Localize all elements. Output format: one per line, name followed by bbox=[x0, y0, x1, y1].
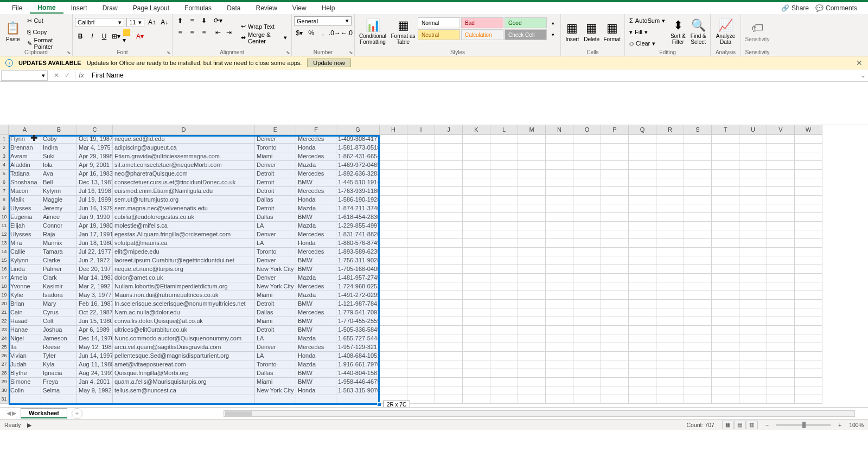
align-center-button[interactable]: ≡ bbox=[187, 27, 197, 38]
cell-U31[interactable] bbox=[739, 395, 767, 404]
cell-B21[interactable]: Cyrus bbox=[41, 308, 77, 317]
cell-D15[interactable]: laoreet.ipsum.Curabitur@egettinciduntdui… bbox=[113, 256, 255, 265]
cell-M27[interactable] bbox=[518, 360, 546, 369]
cell-W21[interactable] bbox=[795, 308, 822, 317]
cell-F10[interactable]: BMW bbox=[296, 213, 336, 222]
add-sheet-button[interactable]: + bbox=[72, 408, 82, 419]
cell-T2[interactable] bbox=[712, 144, 739, 152]
cell-P25[interactable] bbox=[601, 343, 629, 352]
cell-O11[interactable] bbox=[573, 222, 601, 230]
cell-T20[interactable] bbox=[712, 300, 739, 308]
cell-C23[interactable]: Apr 6, 1989 bbox=[77, 326, 113, 334]
cell-M9[interactable] bbox=[518, 204, 546, 213]
cell-A26[interactable]: Vivian bbox=[9, 352, 41, 360]
cell-B3[interactable]: Suki bbox=[41, 152, 77, 161]
col-header-E[interactable]: E bbox=[255, 125, 296, 135]
cell-B31[interactable] bbox=[41, 395, 77, 404]
cell-H21[interactable] bbox=[380, 308, 407, 317]
cell-F12[interactable]: Mercedes bbox=[296, 230, 336, 239]
col-header-B[interactable]: B bbox=[41, 125, 77, 135]
col-header-A[interactable]: A bbox=[9, 125, 41, 135]
cell-J17[interactable] bbox=[435, 274, 463, 282]
col-header-R[interactable]: R bbox=[656, 125, 684, 135]
cell-U9[interactable] bbox=[739, 204, 767, 213]
align-right-button[interactable]: ≡ bbox=[199, 27, 209, 38]
cell-J9[interactable] bbox=[435, 204, 463, 213]
cell-J5[interactable] bbox=[435, 170, 463, 178]
cell-W20[interactable] bbox=[795, 300, 822, 308]
cell-C29[interactable]: Jan 4, 2001 bbox=[77, 378, 113, 386]
cell-F15[interactable]: BMW bbox=[296, 256, 336, 265]
cell-C24[interactable]: Dec 14, 1976 bbox=[77, 334, 113, 343]
style-good[interactable]: Good bbox=[505, 17, 547, 28]
row-header-7[interactable]: 7 bbox=[0, 187, 9, 196]
cell-F13[interactable]: Honda bbox=[296, 239, 336, 248]
cell-K10[interactable] bbox=[463, 213, 490, 222]
cell-C15[interactable]: Jun 2, 1972 bbox=[77, 256, 113, 265]
cell-K29[interactable] bbox=[463, 378, 490, 386]
cell-N3[interactable] bbox=[546, 152, 573, 161]
cell-O24[interactable] bbox=[573, 334, 601, 343]
cell-W30[interactable] bbox=[795, 386, 822, 395]
cell-C22[interactable]: Jun 15, 1980 bbox=[77, 317, 113, 326]
cell-S24[interactable] bbox=[684, 334, 712, 343]
cell-M23[interactable] bbox=[518, 326, 546, 334]
cell-G4[interactable]: 1-469-972-0465 bbox=[336, 161, 380, 170]
cell-R26[interactable] bbox=[656, 352, 684, 360]
cell-E23[interactable]: Detroit bbox=[255, 326, 296, 334]
cell-U28[interactable] bbox=[739, 369, 767, 378]
cell-B5[interactable]: Ava bbox=[41, 170, 77, 178]
cell-O27[interactable] bbox=[573, 360, 601, 369]
cell-P2[interactable] bbox=[601, 144, 629, 152]
cell-O13[interactable] bbox=[573, 239, 601, 248]
row-header-4[interactable]: 4 bbox=[0, 161, 9, 170]
cell-T27[interactable] bbox=[712, 360, 739, 369]
cell-J14[interactable] bbox=[435, 248, 463, 256]
cell-F25[interactable]: Mercedes bbox=[296, 343, 336, 352]
cell-W12[interactable] bbox=[795, 230, 822, 239]
cell-P23[interactable] bbox=[601, 326, 629, 334]
cell-M13[interactable] bbox=[518, 239, 546, 248]
cell-O9[interactable] bbox=[573, 204, 601, 213]
cell-J23[interactable] bbox=[435, 326, 463, 334]
cell-J3[interactable] bbox=[435, 152, 463, 161]
cell-S28[interactable] bbox=[684, 369, 712, 378]
cell-D26[interactable]: pellentesque.Sed@magnisdisparturient.org bbox=[113, 352, 255, 360]
cell-R20[interactable] bbox=[656, 300, 684, 308]
cell-A10[interactable]: Eugenia bbox=[9, 213, 41, 222]
cell-D13[interactable]: volutpat@mauris.ca bbox=[113, 239, 255, 248]
cell-A17[interactable]: Amela bbox=[9, 274, 41, 282]
cell-M2[interactable] bbox=[518, 144, 546, 152]
sheet-next-button[interactable]: ▶ bbox=[12, 410, 16, 417]
cell-A21[interactable]: Cain bbox=[9, 308, 41, 317]
cell-I10[interactable] bbox=[407, 213, 435, 222]
cell-K15[interactable] bbox=[463, 256, 490, 265]
cell-S10[interactable] bbox=[684, 213, 712, 222]
cell-J8[interactable] bbox=[435, 196, 463, 204]
cell-R14[interactable] bbox=[656, 248, 684, 256]
zoom-slider[interactable] bbox=[776, 424, 831, 426]
cell-G13[interactable]: 1-880-576-8749 bbox=[336, 239, 380, 248]
row-header-14[interactable]: 14 bbox=[0, 248, 9, 256]
cell-D4[interactable]: sit.amet.consectetuer@nequeMorbi.com bbox=[113, 161, 255, 170]
cell-C3[interactable]: Apr 29, 1998 bbox=[77, 152, 113, 161]
tab-view[interactable]: View bbox=[285, 3, 314, 13]
cell-E7[interactable]: Detroit bbox=[255, 187, 296, 196]
cell-I31[interactable] bbox=[407, 395, 435, 404]
cell-P6[interactable] bbox=[601, 178, 629, 187]
cell-C19[interactable]: May 3, 1977 bbox=[77, 291, 113, 300]
cell-C26[interactable]: Jun 14, 1997 bbox=[77, 352, 113, 360]
cell-B14[interactable]: Tamara bbox=[41, 248, 77, 256]
cell-N20[interactable] bbox=[546, 300, 573, 308]
cell-C17[interactable]: Mar 14, 1983 bbox=[77, 274, 113, 282]
cell-Q9[interactable] bbox=[629, 204, 656, 213]
decrease-indent-button[interactable]: ⇤ bbox=[213, 27, 224, 38]
insert-cells-button[interactable]: ▦Insert bbox=[563, 15, 582, 49]
cell-M1[interactable] bbox=[518, 135, 546, 144]
cell-A5[interactable]: Tatiana bbox=[9, 170, 41, 178]
cell-B2[interactable]: Indira bbox=[41, 144, 77, 152]
cell-N29[interactable] bbox=[546, 378, 573, 386]
cell-Q2[interactable] bbox=[629, 144, 656, 152]
cell-M4[interactable] bbox=[518, 161, 546, 170]
cell-I27[interactable] bbox=[407, 360, 435, 369]
